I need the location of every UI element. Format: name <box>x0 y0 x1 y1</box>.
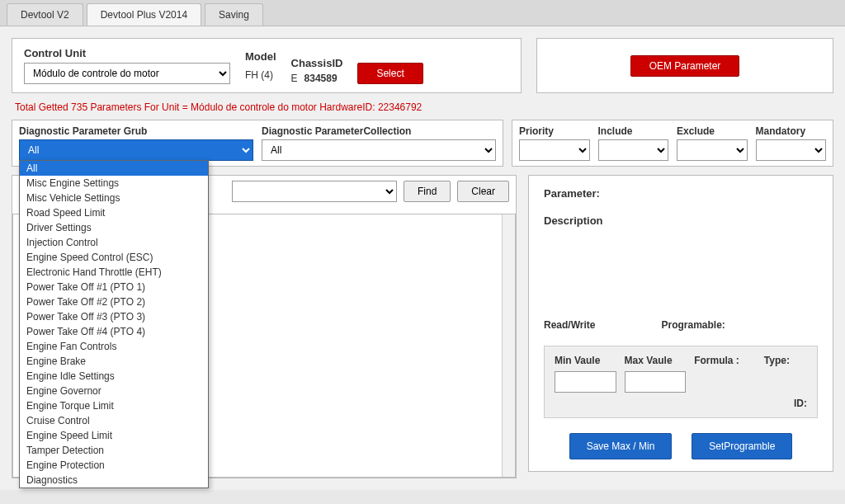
priority-select[interactable] <box>519 139 590 161</box>
group-filter-select[interactable]: All <box>19 139 253 161</box>
detail-panel: Parameter: Description Read/Write Progra… <box>528 175 833 472</box>
scrollbar[interactable] <box>502 214 515 477</box>
exclude-label: Exclude <box>677 125 748 137</box>
chassis-prefix: E <box>291 73 298 84</box>
status-text: Total Getted 735 Parameters For Unit = M… <box>15 101 830 113</box>
select-button[interactable]: Select <box>357 63 422 84</box>
dropdown-option[interactable]: Driver Settings <box>20 220 208 235</box>
save-minmax-button[interactable]: Save Max / Min <box>569 433 673 459</box>
exclude-select[interactable] <box>677 139 748 161</box>
collection-filter-label: Diagnostic ParameterCollection <box>262 125 496 137</box>
description-label: Description <box>544 214 603 227</box>
dropdown-option[interactable]: Power Take Off #1 (PTO 1) <box>20 280 208 294</box>
id-label: ID: <box>555 398 807 409</box>
dropdown-option[interactable]: Engine Speed Limit <box>20 428 208 443</box>
search-scope-select[interactable] <box>232 181 397 202</box>
max-input[interactable] <box>625 371 687 393</box>
tab-devtool-v2[interactable]: Devtool V2 <box>7 3 83 26</box>
mandatory-select[interactable] <box>756 139 827 161</box>
max-label: Max Vaule <box>625 355 687 366</box>
dropdown-option[interactable]: Diagnostics <box>20 473 208 488</box>
chassis-value: 834589 <box>304 73 338 84</box>
tab-devtool-plus[interactable]: Devtool Plus V2014 <box>87 3 201 26</box>
min-input[interactable] <box>555 371 616 393</box>
dropdown-option[interactable]: All <box>20 161 208 176</box>
min-label: Min Vaule <box>555 355 616 366</box>
model-value: FH (4) <box>245 66 276 84</box>
oem-panel: OEM Parameter <box>536 38 833 93</box>
dropdown-option[interactable]: Engine Fan Controls <box>20 339 208 354</box>
dropdown-option[interactable]: Engine Idle Settings <box>20 369 208 384</box>
set-programable-button[interactable]: SetProgramble <box>692 433 792 459</box>
dropdown-option[interactable]: Engine Speed Control (ESC) <box>20 250 208 265</box>
dropdown-option[interactable]: Tamper Detection <box>20 443 208 458</box>
priority-label: Priority <box>519 125 590 137</box>
model-label: Model <box>245 50 276 63</box>
oem-parameter-button[interactable]: OEM Parameter <box>630 55 740 77</box>
dropdown-option[interactable]: Engine Torque Limit <box>20 398 208 413</box>
programable-label: Programable: <box>661 319 725 331</box>
mandatory-label: Mandatory <box>756 125 827 137</box>
parameter-label: Parameter: <box>544 187 600 200</box>
dropdown-option[interactable]: Cruise Control <box>20 413 208 428</box>
control-unit-select[interactable]: Módulo de controle do motor <box>24 63 230 84</box>
dropdown-option[interactable]: Engine Governor <box>20 384 208 398</box>
group-filter-label: Diagnostic Parameter Grub <box>19 125 253 137</box>
dropdown-option[interactable]: Misc Engine Settings <box>20 176 208 191</box>
dropdown-option[interactable]: Engine Protection <box>20 458 208 473</box>
dropdown-option[interactable]: Power Take Off #3 (PTO 3) <box>20 309 208 324</box>
dropdown-option[interactable]: Injection Control <box>20 235 208 250</box>
dropdown-option[interactable]: Power Take Off #2 (PTO 2) <box>20 294 208 309</box>
dropdown-option[interactable]: Engine Brake <box>20 354 208 369</box>
dropdown-option[interactable]: Road Speed Limit <box>20 205 208 220</box>
include-label: Include <box>598 125 669 137</box>
control-panel: Control Unit Módulo de controle do motor… <box>12 38 522 93</box>
clear-button[interactable]: Clear <box>457 181 509 202</box>
dropdown-option[interactable]: Power Take Off #4 (PTO 4) <box>20 324 208 339</box>
type-label: Type: <box>764 355 807 366</box>
chassis-label: ChassisID <box>291 57 343 69</box>
include-select[interactable] <box>598 139 669 161</box>
find-button[interactable]: Find <box>404 181 451 202</box>
control-unit-label: Control Unit <box>24 47 230 59</box>
dropdown-option[interactable]: Electronic Hand Throttle (EHT) <box>20 265 208 280</box>
group-dropdown-list[interactable]: AllMisc Engine SettingsMisc Vehicle Sett… <box>19 160 209 488</box>
tab-saving[interactable]: Saving <box>205 3 263 26</box>
readwrite-label: Read/Write <box>544 319 595 331</box>
formula-label: Formula : <box>694 355 756 366</box>
dropdown-option[interactable]: Misc Vehicle Settings <box>20 191 208 205</box>
collection-filter-select[interactable]: All <box>262 139 496 161</box>
